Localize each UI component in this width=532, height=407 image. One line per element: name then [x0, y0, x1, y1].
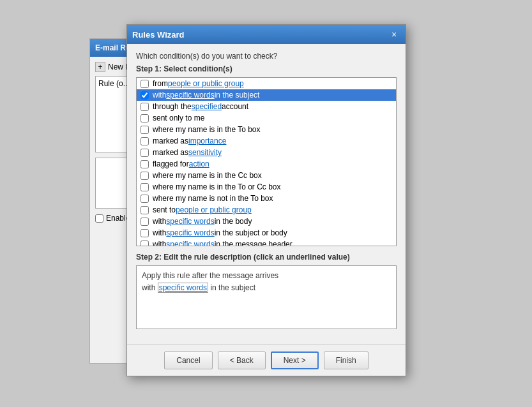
condition-item-11[interactable]: where my name is not in the To box — [137, 193, 396, 204]
rules-wizard-dialog: Rules Wizard × Which condition(s) do you… — [126, 24, 406, 376]
condition-checkbox-6[interactable] — [141, 137, 149, 145]
condition-link-2[interactable]: specific words — [166, 91, 214, 100]
back-button[interactable]: < Back — [218, 352, 266, 369]
condition-link-3[interactable]: specified — [192, 102, 222, 111]
condition-checkbox-7[interactable] — [141, 149, 149, 157]
condition-item-12[interactable]: sent to people or public group — [137, 204, 396, 216]
condition-checkbox-5[interactable] — [141, 126, 149, 134]
enable-checkbox[interactable] — [95, 214, 103, 223]
condition-item-6[interactable]: marked as importance — [137, 135, 396, 147]
modal-footer: Cancel < Back Next > Finish — [127, 344, 406, 376]
condition-item-2[interactable]: with specific words in the subject — [137, 89, 396, 101]
condition-item-15[interactable]: with specific words in the message heade… — [137, 239, 396, 246]
condition-checkbox-15[interactable] — [141, 241, 149, 247]
rule-desc-specific-words-link[interactable]: specific words — [158, 283, 208, 293]
condition-link-6[interactable]: importance — [188, 137, 226, 145]
modal-question: Which condition(s) do you want to check? — [136, 52, 397, 61]
condition-checkbox-2[interactable] — [141, 91, 149, 100]
finish-button[interactable]: Finish — [324, 352, 369, 369]
condition-item-7[interactable]: marked as sensitivity — [137, 147, 396, 158]
condition-item-10[interactable]: where my name is in the To or Cc box — [137, 181, 396, 193]
step1-label: Step 1: Select condition(s) — [136, 64, 397, 73]
condition-item-5[interactable]: where my name is in the To box — [137, 124, 396, 135]
rule-desc-line1: Apply this rule after the message arrive… — [142, 271, 278, 280]
rule-desc-line2-after: in the subject — [210, 283, 255, 292]
condition-item-14[interactable]: with specific words in the subject or bo… — [137, 227, 396, 239]
condition-link-13[interactable]: specific words — [166, 217, 214, 226]
conditions-list: from people or public groupwith specific… — [137, 78, 396, 246]
modal-title: Rules Wizard — [132, 30, 185, 40]
condition-item-9[interactable]: where my name is in the Cc box — [137, 170, 396, 181]
condition-item-4[interactable]: sent only to me — [137, 112, 396, 124]
condition-link-14[interactable]: specific words — [166, 228, 214, 237]
condition-link-7[interactable]: sensitivity — [188, 148, 222, 157]
rule-desc-line2-before: with — [142, 283, 155, 292]
conditions-list-container[interactable]: from people or public groupwith specific… — [136, 77, 397, 246]
new-rule-icon: + — [95, 62, 105, 72]
condition-item-1[interactable]: from people or public group — [137, 78, 396, 89]
next-button[interactable]: Next > — [271, 352, 319, 369]
condition-checkbox-3[interactable] — [141, 103, 149, 111]
condition-item-8[interactable]: flagged for action — [137, 158, 396, 170]
rule-label: Rule (o... — [98, 79, 130, 88]
rule-description-box: Apply this rule after the message arrive… — [136, 265, 397, 329]
modal-close-button[interactable]: × — [388, 28, 400, 41]
condition-link-12[interactable]: people or public group — [176, 205, 252, 214]
condition-checkbox-14[interactable] — [141, 229, 149, 237]
modal-titlebar: Rules Wizard × — [127, 25, 406, 44]
condition-item-13[interactable]: with specific words in the body — [137, 216, 396, 227]
condition-checkbox-13[interactable] — [141, 218, 149, 226]
modal-body: Which condition(s) do you want to check?… — [127, 44, 406, 344]
condition-checkbox-9[interactable] — [141, 172, 149, 180]
condition-checkbox-1[interactable] — [141, 80, 149, 88]
condition-item-3[interactable]: through the specified account — [137, 101, 396, 112]
condition-checkbox-8[interactable] — [141, 160, 149, 168]
condition-link-15[interactable]: specific words — [166, 240, 214, 246]
condition-checkbox-4[interactable] — [141, 114, 149, 122]
condition-checkbox-12[interactable] — [141, 206, 149, 214]
condition-link-8[interactable]: action — [189, 159, 209, 168]
cancel-button[interactable]: Cancel — [164, 352, 212, 369]
condition-checkbox-11[interactable] — [141, 195, 149, 203]
condition-link-1[interactable]: people or public group — [168, 79, 244, 88]
condition-checkbox-10[interactable] — [141, 183, 149, 191]
step2-label: Step 2: Edit the rule description (click… — [136, 253, 397, 262]
